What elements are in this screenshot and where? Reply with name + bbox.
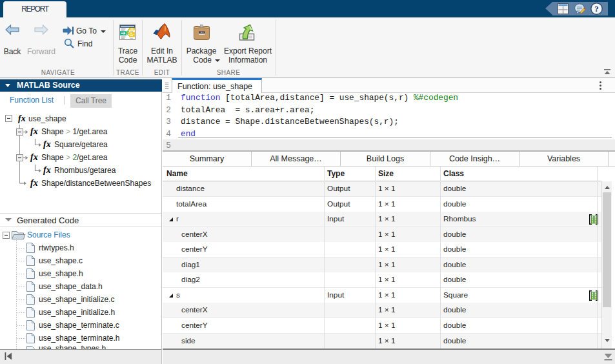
- svg-text:?: ?: [594, 4, 599, 14]
